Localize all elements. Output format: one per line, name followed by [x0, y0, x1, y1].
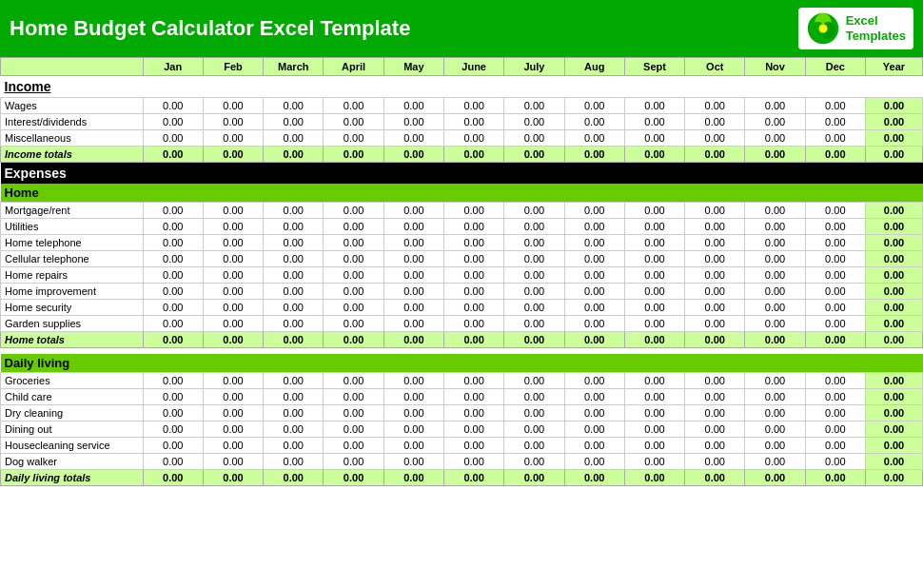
header-aug: Aug	[564, 58, 624, 76]
home-telephone-label: Home telephone	[1, 235, 144, 251]
spacer-row-2	[1, 485, 923, 491]
home-repairs-label: Home repairs	[1, 267, 144, 284]
wages-aug[interactable]: 0.00	[564, 98, 624, 114]
header-nov: Nov	[745, 58, 805, 76]
dry-cleaning-label: Dry cleaning	[1, 404, 144, 421]
child-care-label: Child care	[1, 388, 144, 404]
daily-living-subsection-header: Daily living	[1, 354, 923, 373]
expenses-section-title: Expenses	[5, 166, 67, 181]
header-year: Year	[865, 58, 922, 76]
income-section-header: Income	[1, 76, 923, 98]
page-title: Home Budget Calculator Excel Template	[10, 16, 410, 41]
header-march: March	[264, 58, 324, 76]
dry-cleaning-row: Dry cleaning 0.00 0.00 0.00 0.00 0.00 0.…	[1, 404, 923, 421]
mortgage-row: Mortgage/rent 0.00 0.00 0.00 0.00 0.00 0…	[1, 203, 923, 219]
budget-table: Jan Feb March April May June July Aug Se…	[0, 57, 923, 491]
wages-april[interactable]: 0.00	[324, 98, 383, 114]
dining-out-label: Dining out	[1, 421, 144, 437]
dog-walker-label: Dog walker	[1, 453, 144, 469]
wages-label: Wages	[1, 98, 144, 114]
expenses-section-header: Expenses	[1, 163, 923, 185]
wages-oct[interactable]: 0.00	[685, 98, 745, 114]
wages-dec[interactable]: 0.00	[805, 98, 865, 114]
groceries-row: Groceries 0.00 0.00 0.00 0.00 0.00 0.00 …	[1, 372, 923, 388]
housecleaning-label: Housecleaning service	[1, 437, 144, 453]
utilities-label: Utilities	[1, 219, 144, 235]
svg-point-4	[818, 25, 827, 33]
home-telephone-row: Home telephone 0.00 0.00 0.00 0.00 0.00 …	[1, 235, 923, 251]
wages-june[interactable]: 0.00	[444, 98, 504, 114]
housecleaning-row: Housecleaning service 0.00 0.00 0.00 0.0…	[1, 437, 923, 453]
interest-label: Interest/dividends	[1, 114, 144, 130]
wages-july[interactable]: 0.00	[504, 98, 564, 114]
income-interest-row: Interest/dividends 0.00 0.00 0.00 0.00 0…	[1, 114, 923, 130]
home-improvement-row: Home improvement 0.00 0.00 0.00 0.00 0.0…	[1, 284, 923, 300]
home-repairs-row: Home repairs 0.00 0.00 0.00 0.00 0.00 0.…	[1, 267, 923, 284]
header-may: May	[383, 58, 443, 76]
header: Home Budget Calculator Excel Template Ex…	[0, 0, 923, 57]
income-misc-row: Miscellaneous 0.00 0.00 0.00 0.00 0.00 0…	[1, 130, 923, 147]
child-care-row: Child care 0.00 0.00 0.00 0.00 0.00 0.00…	[1, 388, 923, 404]
header-label-cell	[1, 58, 144, 76]
garden-supplies-label: Garden supplies	[1, 316, 144, 332]
header-july: July	[504, 58, 564, 76]
logo-icon	[806, 11, 840, 46]
daily-living-totals-row: Daily living totals 0.00 0.00 0.00 0.00 …	[1, 469, 923, 485]
daily-living-totals-label: Daily living totals	[1, 469, 144, 485]
income-totals-label: Income totals	[1, 147, 144, 163]
income-totals-row: Income totals 0.00 0.00 0.00 0.00 0.00 0…	[1, 147, 923, 163]
header-june: June	[444, 58, 504, 76]
column-header-row: Jan Feb March April May June July Aug Se…	[1, 58, 923, 76]
cellular-label: Cellular telephone	[1, 251, 144, 267]
home-improvement-label: Home improvement	[1, 284, 144, 300]
garden-supplies-row: Garden supplies 0.00 0.00 0.00 0.00 0.00…	[1, 316, 923, 332]
dog-walker-row: Dog walker 0.00 0.00 0.00 0.00 0.00 0.00…	[1, 453, 923, 469]
wages-march[interactable]: 0.00	[264, 98, 324, 114]
home-subsection-title: Home	[5, 186, 39, 200]
daily-living-subsection-title: Daily living	[5, 356, 70, 370]
wages-sept[interactable]: 0.00	[624, 98, 684, 114]
header-dec: Dec	[805, 58, 865, 76]
header-jan: Jan	[143, 58, 203, 76]
header-oct: Oct	[685, 58, 745, 76]
header-sept: Sept	[624, 58, 684, 76]
wages-may[interactable]: 0.00	[383, 98, 443, 114]
wages-year: 0.00	[865, 98, 922, 114]
home-subsection-header: Home	[1, 184, 923, 203]
header-feb: Feb	[203, 58, 263, 76]
income-section-title: Income	[5, 79, 51, 94]
cellular-telephone-row: Cellular telephone 0.00 0.00 0.00 0.00 0…	[1, 251, 923, 267]
home-totals-row: Home totals 0.00 0.00 0.00 0.00 0.00 0.0…	[1, 332, 923, 348]
header-april: April	[324, 58, 383, 76]
wages-feb[interactable]: 0.00	[203, 98, 263, 114]
home-security-row: Home security 0.00 0.00 0.00 0.00 0.00 0…	[1, 300, 923, 316]
mortgage-label: Mortgage/rent	[1, 203, 144, 219]
logo-text: Excel Templates	[846, 13, 906, 43]
misc-label: Miscellaneous	[1, 130, 144, 147]
groceries-label: Groceries	[1, 372, 144, 388]
dining-out-row: Dining out 0.00 0.00 0.00 0.00 0.00 0.00…	[1, 421, 923, 437]
home-totals-label: Home totals	[1, 332, 144, 348]
logo: Excel Templates	[798, 8, 913, 49]
home-security-label: Home security	[1, 300, 144, 316]
utilities-row: Utilities 0.00 0.00 0.00 0.00 0.00 0.00 …	[1, 219, 923, 235]
wages-jan[interactable]: 0.00	[143, 98, 203, 114]
income-wages-row: Wages 0.00 0.00 0.00 0.00 0.00 0.00 0.00…	[1, 98, 923, 114]
wages-nov[interactable]: 0.00	[745, 98, 805, 114]
